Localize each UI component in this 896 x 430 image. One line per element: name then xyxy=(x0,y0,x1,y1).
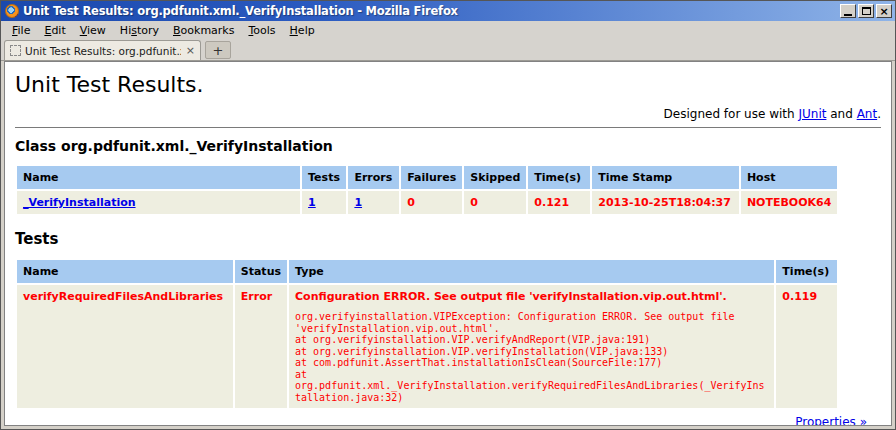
new-tab-button[interactable]: + xyxy=(205,41,231,59)
test-status: Error xyxy=(235,285,287,408)
col-tests: Tests xyxy=(302,166,346,189)
host-value: NOTEBOOK64 xyxy=(741,191,838,214)
menu-bar: File Edit View History Bookmarks Tools H… xyxy=(1,21,895,39)
tab-label: Unit Test Results: org.pdfunit.xml._Veri… xyxy=(25,45,181,57)
tests-heading: Tests xyxy=(15,230,881,248)
class-heading: Class org.pdfunit.xml._VerifyInstallatio… xyxy=(15,138,881,154)
divider xyxy=(15,127,881,128)
junit-link[interactable]: JUnit xyxy=(798,107,826,121)
page-title: Unit Test Results. xyxy=(15,72,881,97)
tab-favicon-placeholder-icon xyxy=(10,45,21,56)
designed-for-line: Designed for use with JUnit and Ant. xyxy=(15,107,881,121)
time-value: 0.121 xyxy=(528,191,590,214)
col-skipped: Skipped xyxy=(464,166,526,189)
col-errors: Errors xyxy=(348,166,399,189)
tab-bar: Unit Test Results: org.pdfunit.xml._Veri… xyxy=(1,39,895,61)
window-controls: × xyxy=(840,4,892,18)
menu-file[interactable]: File xyxy=(5,22,37,39)
page-content: Unit Test Results. Designed for use with… xyxy=(4,61,892,426)
col-test-name: Name xyxy=(17,260,233,283)
test-row: verifyRequiredFilesAndLibraries Error Co… xyxy=(17,285,837,408)
errors-count-link[interactable]: 1 xyxy=(354,196,362,209)
menu-view[interactable]: View xyxy=(73,22,113,39)
properties-link[interactable]: Properties » xyxy=(795,415,867,426)
minimize-button[interactable] xyxy=(840,4,856,18)
menu-tools[interactable]: Tools xyxy=(241,22,282,39)
designed-text: Designed for use with xyxy=(664,107,799,121)
properties-line: Properties » xyxy=(15,415,867,426)
firefox-icon xyxy=(5,4,19,18)
skipped-count: 0 xyxy=(464,191,526,214)
tests-count-link[interactable]: 1 xyxy=(308,196,316,209)
title-bar: Unit Test Results: org.pdfunit.xml._Veri… xyxy=(1,1,895,21)
maximize-icon xyxy=(862,7,871,15)
ant-link[interactable]: Ant xyxy=(857,107,878,121)
tests-table: Name Status Type Time(s) verifyRequiredF… xyxy=(15,258,839,410)
minimize-icon xyxy=(844,14,852,16)
failures-count: 0 xyxy=(401,191,462,214)
col-test-time: Time(s) xyxy=(776,260,837,283)
col-time: Time(s) xyxy=(528,166,590,189)
summary-row: _VerifyInstallation 1 1 0 0 0.121 2013-1… xyxy=(17,191,837,214)
plus-icon: + xyxy=(213,44,224,57)
test-name: verifyRequiredFilesAndLibraries xyxy=(17,285,233,408)
stack-trace: org.verifyinstallation.VIPException: Con… xyxy=(295,311,768,403)
close-icon: × xyxy=(879,6,888,17)
col-timestamp: Time Stamp xyxy=(592,166,739,189)
summary-header-row: Name Tests Errors Failures Skipped Time(… xyxy=(17,166,837,189)
browser-window: Unit Test Results: org.pdfunit.xml._Veri… xyxy=(0,0,896,430)
menu-bookmarks[interactable]: Bookmarks xyxy=(166,22,241,39)
col-status: Status xyxy=(235,260,287,283)
menu-history[interactable]: History xyxy=(113,22,166,39)
summary-table: Name Tests Errors Failures Skipped Time(… xyxy=(15,164,839,216)
close-button[interactable]: × xyxy=(876,4,892,18)
timestamp-value: 2013-10-25T18:04:37 xyxy=(592,191,739,214)
active-tab[interactable]: Unit Test Results: org.pdfunit.xml._Veri… xyxy=(4,40,201,60)
test-type-cell: Configuration ERROR. See output file 've… xyxy=(289,285,774,408)
menu-help[interactable]: Help xyxy=(283,22,322,39)
test-time: 0.119 xyxy=(776,285,837,408)
tab-close-icon[interactable]: × xyxy=(186,45,195,56)
class-link[interactable]: _VerifyInstallation xyxy=(23,196,136,209)
menu-edit[interactable]: Edit xyxy=(37,22,72,39)
error-message: Configuration ERROR. See output file 've… xyxy=(295,290,768,303)
col-failures: Failures xyxy=(401,166,462,189)
col-host: Host xyxy=(741,166,838,189)
window-title: Unit Test Results: org.pdfunit.xml._Veri… xyxy=(23,4,840,18)
tests-header-row: Name Status Type Time(s) xyxy=(17,260,837,283)
chrome-frame: Unit Test Results. Designed for use with… xyxy=(1,61,895,429)
col-name: Name xyxy=(17,166,300,189)
col-type: Type xyxy=(289,260,774,283)
maximize-button[interactable] xyxy=(858,4,874,18)
